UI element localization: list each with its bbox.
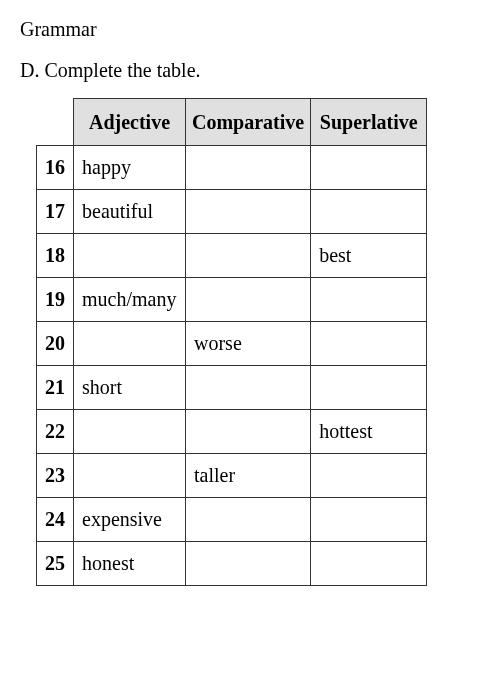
row-number: 16 xyxy=(37,146,74,190)
row-number: 17 xyxy=(37,190,74,234)
cell-superlative: hottest xyxy=(311,410,427,454)
cell-adjective: beautiful xyxy=(74,190,186,234)
cell-adjective: much/many xyxy=(74,278,186,322)
table-row: 23 taller xyxy=(37,454,427,498)
cell-comparative xyxy=(186,146,311,190)
row-number: 23 xyxy=(37,454,74,498)
cell-superlative: best xyxy=(311,234,427,278)
cell-comparative xyxy=(186,366,311,410)
cell-comparative xyxy=(186,234,311,278)
row-number: 24 xyxy=(37,498,74,542)
cell-superlative xyxy=(311,454,427,498)
row-number: 19 xyxy=(37,278,74,322)
cell-comparative: taller xyxy=(186,454,311,498)
cell-superlative xyxy=(311,366,427,410)
cell-comparative xyxy=(186,278,311,322)
table-row: 24 expensive xyxy=(37,498,427,542)
header-comparative: Comparative xyxy=(186,99,311,146)
table-row: 19 much/many xyxy=(37,278,427,322)
cell-comparative xyxy=(186,410,311,454)
instruction: D. Complete the table. xyxy=(20,59,480,82)
cell-superlative xyxy=(311,542,427,586)
cell-adjective: expensive xyxy=(74,498,186,542)
grammar-table: Adjective Comparative Superlative 16 hap… xyxy=(36,98,427,586)
table-row: 20 worse xyxy=(37,322,427,366)
row-number: 21 xyxy=(37,366,74,410)
cell-adjective xyxy=(74,454,186,498)
row-number: 20 xyxy=(37,322,74,366)
cell-superlative xyxy=(311,146,427,190)
table-header-row: Adjective Comparative Superlative xyxy=(37,99,427,146)
cell-superlative xyxy=(311,322,427,366)
cell-superlative xyxy=(311,278,427,322)
table-row: 22 hottest xyxy=(37,410,427,454)
table-row: 18 best xyxy=(37,234,427,278)
cell-superlative xyxy=(311,498,427,542)
header-superlative: Superlative xyxy=(311,99,427,146)
cell-superlative xyxy=(311,190,427,234)
section-title: Grammar xyxy=(20,18,480,41)
table-row: 16 happy xyxy=(37,146,427,190)
header-number xyxy=(37,99,74,146)
table-row: 21 short xyxy=(37,366,427,410)
row-number: 22 xyxy=(37,410,74,454)
cell-adjective: honest xyxy=(74,542,186,586)
table-row: 17 beautiful xyxy=(37,190,427,234)
row-number: 18 xyxy=(37,234,74,278)
cell-adjective xyxy=(74,322,186,366)
cell-adjective: short xyxy=(74,366,186,410)
row-number: 25 xyxy=(37,542,74,586)
header-adjective: Adjective xyxy=(74,99,186,146)
cell-adjective xyxy=(74,234,186,278)
cell-adjective xyxy=(74,410,186,454)
cell-comparative xyxy=(186,542,311,586)
cell-comparative xyxy=(186,498,311,542)
table-row: 25 honest xyxy=(37,542,427,586)
cell-comparative xyxy=(186,190,311,234)
cell-adjective: happy xyxy=(74,146,186,190)
cell-comparative: worse xyxy=(186,322,311,366)
